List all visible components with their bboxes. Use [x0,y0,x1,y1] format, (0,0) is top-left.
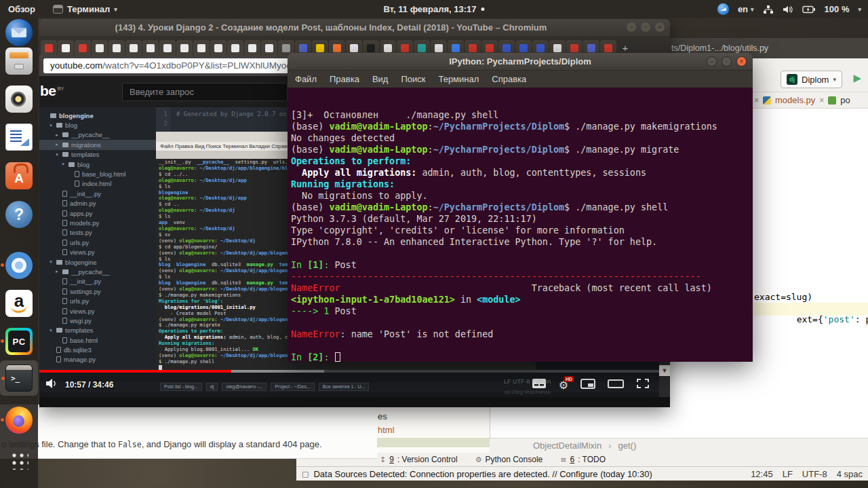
video-tree-item[interactable]: ▾templates [39,326,156,335]
video-tree-item[interactable]: ▾templates [39,150,156,159]
video-tree-item[interactable]: models.py [39,218,156,227]
status-widget[interactable]: UTF-8 [802,469,827,479]
close-button[interactable]: × [655,22,665,32]
video-tree-item[interactable]: apps.py [39,208,156,218]
toolwindow-button[interactable]: ↕9: Version Control [380,455,458,464]
close-tab-icon[interactable]: × [754,96,759,105]
dock-files-icon[interactable] [5,48,33,75]
toolwindow-button[interactable]: ≡6: TODO [560,455,606,464]
browser-tab[interactable] [92,40,108,56]
volume-icon[interactable] [783,5,793,14]
video-tree-item[interactable]: ▾blogengine [39,257,156,267]
settings-gear-icon[interactable]: ⚙HD [559,379,568,392]
minimize-button[interactable]: – [707,56,717,67]
video-tree-item[interactable]: views.py [39,306,156,316]
terminal-menu-item[interactable]: Терминал [438,74,479,84]
browser-tab[interactable] [176,40,193,56]
video-tree-item[interactable]: urls.py [39,296,156,305]
browser-tab[interactable] [108,40,125,56]
video-tree-item[interactable]: ▸migrations [39,140,156,149]
browser-tab[interactable] [41,40,57,56]
browser-tab[interactable] [227,40,243,56]
browser-tab[interactable] [193,40,210,56]
video-tree-item[interactable]: base_blog.html [39,169,156,179]
fullscreen-icon[interactable] [636,378,650,392]
video-tree-item[interactable]: wsgi.py [39,316,156,325]
tab-post-detail[interactable]: po [840,95,850,105]
browser-tab[interactable] [244,40,260,56]
search-input[interactable]: Введите запрос [122,83,288,101]
video-tree-item[interactable]: __init__.py [39,189,156,198]
network-icon[interactable] [763,5,774,14]
video-tree-item[interactable]: settings.py [39,286,156,296]
status-widget[interactable]: 4 spac [837,469,863,479]
video-tree-item[interactable]: views.py [39,247,156,257]
video-tree-item[interactable]: ▾blog [39,159,156,169]
video-tree-item[interactable]: ▸__pycache__ [39,267,156,276]
event-log-icon[interactable]: ▢ [302,470,309,478]
volume-icon[interactable] [45,378,60,392]
video-tree-item[interactable]: tests.py [39,228,156,238]
tab-models-py[interactable]: models.py [775,95,815,105]
tree-item-fragment[interactable]: html [378,425,395,435]
dock-amazon-icon[interactable]: a [5,290,33,317]
status-message[interactable]: Data Sources Detected: Connection proper… [313,469,652,479]
status-widget[interactable]: 12:45 [751,469,773,479]
dock-pycharm-icon[interactable]: PC [5,328,33,355]
browser-tab[interactable] [261,40,277,56]
run-button[interactable]: ▶ [853,72,861,84]
clock[interactable]: Вт, 11 февраля, 13:17 [383,4,484,14]
dock-software-icon[interactable]: A [5,162,33,189]
dock-thunderbird-icon[interactable] [5,19,33,46]
video-tree-item[interactable]: index.html [39,179,156,189]
browser-tab[interactable] [142,40,159,56]
run-configuration-select[interactable]: dj Diplom ▾ [781,71,842,88]
video-tree-item[interactable]: __init__.py [39,277,156,286]
dock-terminal-icon[interactable]: >_ [5,364,33,392]
browser-tab[interactable] [210,40,226,56]
browser-tab[interactable] [159,40,176,56]
breadcrumb-item[interactable]: ObjectDetailMixin [533,440,601,451]
breadcrumb-item[interactable]: get() [618,440,637,451]
dock-media-icon[interactable] [5,86,33,113]
keyboard-layout[interactable]: en ▾ [738,4,754,14]
terminal-menu-item[interactable]: Правка [330,74,359,84]
minimize-button[interactable]: – [627,22,636,32]
video-tree-item[interactable]: manage.py [39,355,156,364]
maximize-button[interactable]: ▫ [641,22,650,32]
theater-mode-icon[interactable] [608,378,624,392]
status-widget[interactable]: LF [783,469,793,479]
terminal-titlebar[interactable]: IPython: PycharmProjects/Diplom – ▫ × [288,53,753,71]
battery-icon[interactable] [802,5,816,14]
terminal-menu-item[interactable]: Файл [295,74,317,84]
browser-tab[interactable] [58,40,74,56]
scroll-down-arrow[interactable]: ▼ [659,365,670,376]
miniplayer-icon[interactable] [580,378,595,392]
terminal-output[interactable]: [3]+ Остановлен ./manage.py shell(base) … [288,88,753,362]
video-tree-item[interactable]: db.sqlite3 [39,345,156,354]
video-tree-item[interactable]: blogengine [39,111,156,120]
activities-button[interactable]: Обзор [8,4,35,14]
dock-chromium-icon[interactable] [5,252,33,279]
terminal-menu-item[interactable]: Справка [492,74,526,84]
terminal-menu-item[interactable]: Поиск [401,74,425,84]
close-tab-icon[interactable]: × [819,96,824,105]
video-tree-item[interactable]: ▸__pycache__ [39,130,156,140]
youtube-logo[interactable]: beBY [40,83,64,99]
app-indicator-icon[interactable] [717,3,729,15]
browser-tab[interactable] [125,40,142,56]
video-tree-item[interactable]: ▾blog [39,120,156,130]
dock-writer-icon[interactable] [5,124,33,151]
tree-item-fragment[interactable]: es [378,411,387,421]
dock-appgrid-icon[interactable] [9,451,28,470]
dock-help-icon[interactable]: ? [5,201,33,228]
video-tree-item[interactable]: admin.py [39,199,156,208]
close-button[interactable]: × [736,56,747,67]
focused-app-menu[interactable]: Терминал ▾ [53,4,117,14]
toolwindow-button[interactable]: ⚙Python Console [475,455,543,464]
video-tree-item[interactable]: base.html [39,335,156,345]
chromium-titlebar[interactable]: (143) 4. Уроки Django 2 - Создание модел… [39,19,670,36]
dock-firefox-icon[interactable] [5,407,33,434]
video-tree-item[interactable]: urls.py [39,238,156,247]
browser-tab[interactable] [75,40,91,56]
